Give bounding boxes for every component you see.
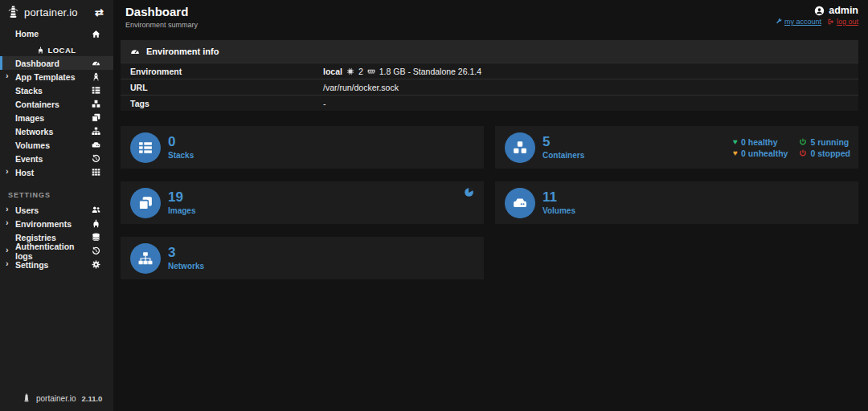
networks-count: 3 xyxy=(168,246,204,259)
sidebar-item-users[interactable]: › Users xyxy=(0,203,113,217)
volumes-count: 11 xyxy=(542,190,575,204)
chevron-right-icon: › xyxy=(6,245,9,254)
stopped-stat: 0 stopped xyxy=(799,149,850,158)
networks-card[interactable]: 3 Networks xyxy=(121,237,484,279)
settings-section-label: SETTINGS xyxy=(8,191,51,199)
environment-info-panel: Environment info Environment local 2 xyxy=(121,40,858,111)
sidebar-item-label: Networks xyxy=(15,127,53,136)
log-out-link[interactable]: log out xyxy=(828,18,858,26)
th-list-icon xyxy=(92,86,100,95)
environment-row: Environment local 2 1.8 GB xyxy=(121,63,858,79)
images-circle xyxy=(130,188,161,218)
volumes-label: Volumes xyxy=(542,206,575,215)
sidebar-item-dashboard[interactable]: Dashboard xyxy=(0,56,113,70)
th-grid-icon xyxy=(92,168,100,177)
volumes-card[interactable]: 11 Volumes xyxy=(495,181,858,224)
microchip-icon xyxy=(346,67,354,75)
images-label: Images xyxy=(168,206,195,215)
clone-icon xyxy=(92,113,100,122)
chevron-right-icon: › xyxy=(6,71,9,80)
volumes-circle xyxy=(505,188,535,218)
sidebar-item-label: App Templates xyxy=(15,72,75,82)
home-label: Home xyxy=(15,29,39,39)
sidebar-item-label: Environments xyxy=(15,219,72,229)
sidebar-logo-row[interactable]: portainer.io ⇄ xyxy=(0,0,113,24)
local-section-label: LOCAL xyxy=(47,46,76,55)
environment-info-header: Environment info xyxy=(121,40,858,63)
cpu-count: 2 xyxy=(358,67,363,76)
url-value: /var/run/docker.sock xyxy=(323,83,399,92)
healthy-stat: ♥ 0 healthy xyxy=(733,137,788,147)
settings-section-header: SETTINGS xyxy=(0,189,113,201)
images-count: 19 xyxy=(168,190,195,204)
sidebar-item-environments[interactable]: › Environments xyxy=(0,217,113,230)
cogs-icon xyxy=(92,260,100,269)
stacks-count: 0 xyxy=(168,135,194,149)
containers-label: Containers xyxy=(542,151,584,160)
sidebar-item-label: Stacks xyxy=(15,86,43,96)
username-label: admin xyxy=(829,5,858,16)
chevron-right-icon: › xyxy=(6,204,9,214)
url-row: URL /var/run/docker.sock xyxy=(121,79,858,95)
local-section-header: LOCAL xyxy=(0,44,113,56)
sidebar: portainer.io ⇄ Home LOCAL Dashboard › Ap… xyxy=(0,0,113,411)
page-title: Dashboard xyxy=(125,5,198,18)
sidebar-item-label: Images xyxy=(15,113,44,123)
tags-value: - xyxy=(323,99,326,108)
sidebar-item-app-templates[interactable]: › App Templates xyxy=(0,70,113,83)
environment-name: local xyxy=(323,67,342,76)
portainer-logo-icon xyxy=(7,6,19,19)
sidebar-item-label: Settings xyxy=(15,260,48,270)
wrench-icon xyxy=(776,18,782,25)
sidebar-item-label: Containers xyxy=(15,100,59,109)
environment-info-title: Environment info xyxy=(146,47,219,56)
power-green-icon xyxy=(799,138,807,146)
heart-green-icon: ♥ xyxy=(733,138,738,146)
sidebar-item-containers[interactable]: Containers xyxy=(0,97,113,111)
cubes-icon xyxy=(513,140,527,155)
sidebar-item-label: Host xyxy=(15,168,34,177)
sidebar-item-volumes[interactable]: Volumes xyxy=(0,138,113,152)
sidebar-item-images[interactable]: Images xyxy=(0,111,113,124)
hdd-icon xyxy=(513,196,527,210)
portainer-logo-icon xyxy=(23,393,31,403)
stacks-circle xyxy=(130,132,161,163)
sidebar-item-label: Volumes xyxy=(15,140,50,150)
image-size-pie-icon xyxy=(464,187,474,197)
chevron-right-icon: › xyxy=(6,218,9,227)
sidebar-item-events[interactable]: Events xyxy=(0,152,113,165)
containers-count: 5 xyxy=(542,135,584,149)
sidebar-item-host[interactable]: › Host xyxy=(0,165,113,179)
sitemap-icon xyxy=(92,127,100,136)
clone-icon xyxy=(138,196,153,210)
history-icon xyxy=(92,154,100,163)
unhealthy-stat: ♥ 0 unhealthy xyxy=(733,149,788,158)
sidebar-item-authentication-logs[interactable]: › Authentication logs xyxy=(0,244,113,258)
sidebar-item-stacks[interactable]: Stacks xyxy=(0,83,113,97)
chevron-right-icon: › xyxy=(6,258,9,268)
home-icon xyxy=(92,30,100,39)
sidebar-item-home[interactable]: Home xyxy=(0,26,113,41)
main-content: Dashboard Environment summary admin xyxy=(113,0,868,411)
stacks-label: Stacks xyxy=(168,151,194,160)
version-label: 2.11.0 xyxy=(81,394,102,403)
sidebar-footer: portainer.io 2.11.0 xyxy=(23,393,102,403)
sidebar-item-label: Events xyxy=(15,154,43,164)
page-subtitle: Environment summary xyxy=(125,21,198,29)
history-icon xyxy=(92,246,100,255)
sidebar-item-label: Users xyxy=(15,206,39,215)
chevron-right-icon: › xyxy=(6,166,9,176)
my-account-link[interactable]: my account xyxy=(776,18,821,26)
sidebar-item-settings[interactable]: › Settings xyxy=(0,258,113,271)
sidebar-item-networks[interactable]: Networks xyxy=(0,124,113,138)
memory-and-edition: 1.8 GB - Standalone 26.1.4 xyxy=(379,67,481,76)
plug-icon xyxy=(92,219,100,228)
database-icon xyxy=(92,233,100,242)
images-card[interactable]: 19 Images xyxy=(121,181,484,224)
footer-brand-name: portainer.io xyxy=(36,394,76,403)
stacks-card[interactable]: 0 Stacks xyxy=(121,126,484,169)
brand-name: portainer.io xyxy=(24,6,78,18)
heart-orange-icon: ♥ xyxy=(733,149,738,157)
containers-card[interactable]: 5 Containers ♥ 0 healthy 5 running xyxy=(495,126,858,169)
endpoint-switch-icon[interactable]: ⇄ xyxy=(95,6,104,18)
